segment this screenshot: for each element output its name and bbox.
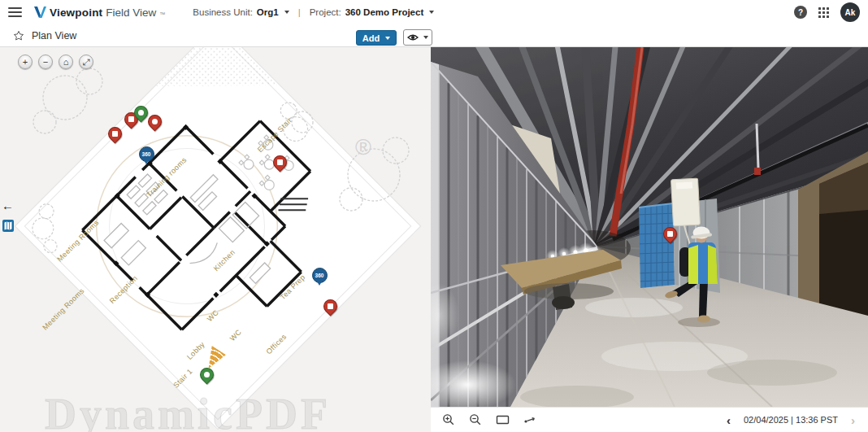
photo-360-viewer[interactable] xyxy=(431,47,868,407)
previous-photo-button[interactable]: ‹ xyxy=(725,414,732,426)
next-photo-button[interactable]: › xyxy=(849,414,857,426)
photo-360-scene xyxy=(431,47,868,407)
project-label: Project: xyxy=(310,7,341,17)
business-unit-dropdown[interactable]: Org1 xyxy=(257,7,279,17)
pan-icon xyxy=(523,414,537,425)
menu-icon[interactable] xyxy=(8,7,22,17)
plan-panel: DynamicPDF ® +−⌂⤢ ← Training roomsEscape… xyxy=(0,47,431,432)
marker-360-marker[interactable]: 360 xyxy=(312,268,328,283)
zoom-out-icon xyxy=(469,413,482,426)
chevron-down-icon[interactable] xyxy=(429,11,434,14)
photo-toolbar-icons xyxy=(442,413,537,426)
floor-plan-drawing xyxy=(15,47,420,429)
photo-timestamp: 02/04/2025 | 13:36 PST xyxy=(744,415,838,425)
app-window: Viewpoint Field View ™ Business Unit: Or… xyxy=(0,0,868,432)
favorite-star-icon[interactable] xyxy=(13,30,24,41)
pin-icon xyxy=(204,372,210,377)
photo-pan-button[interactable] xyxy=(523,414,537,425)
viewpoint-logo-icon xyxy=(33,7,46,18)
zoom-home-button[interactable]: ⌂ xyxy=(59,55,73,69)
photo-toolbar: ‹ 02/04/2025 | 13:36 PST › xyxy=(431,407,868,432)
add-button[interactable]: Add xyxy=(356,30,397,46)
page-title: Plan View xyxy=(32,30,76,41)
business-unit-label: Business Unit: xyxy=(193,7,253,17)
legend-toggle-button[interactable] xyxy=(2,220,14,232)
photo-fullscreen-button[interactable] xyxy=(496,414,510,425)
chevron-down-icon xyxy=(385,37,390,40)
fullscreen-icon xyxy=(496,414,510,425)
trademark-symbol: ™ xyxy=(159,11,165,17)
pin-icon xyxy=(128,116,134,122)
plan-zoom-controls: +−⌂⤢ xyxy=(18,55,93,69)
pin-icon xyxy=(152,119,158,124)
marker-360-label: 360 xyxy=(142,151,151,157)
photo-date-nav: ‹ 02/04/2025 | 13:36 PST › xyxy=(725,414,857,426)
zoom-in-button[interactable]: + xyxy=(18,55,33,69)
pin-icon xyxy=(277,159,283,165)
avatar[interactable]: Ak xyxy=(840,2,860,22)
header-actions: ? Ak xyxy=(794,2,860,22)
watermark-text: DynamicPDF xyxy=(45,389,331,432)
context-bar: Business Unit: Org1 | Project: 360 Demo … xyxy=(193,7,434,17)
help-button[interactable]: ? xyxy=(794,6,807,19)
brand-product: Field View xyxy=(106,7,156,19)
context-divider: | xyxy=(298,7,301,17)
collapse-panel-button[interactable]: ← xyxy=(2,199,14,212)
photo-zoom-out-button[interactable] xyxy=(469,413,482,426)
brand-name: Viewpoint xyxy=(50,7,102,19)
visibility-dropdown-button[interactable] xyxy=(403,29,432,46)
marker-360-marker[interactable]: 360 xyxy=(139,146,154,162)
zoom-in-icon xyxy=(442,413,455,426)
eye-icon xyxy=(407,33,419,41)
pin-icon xyxy=(328,303,333,309)
photo-zoom-in-button[interactable] xyxy=(442,413,455,426)
pin-icon xyxy=(138,110,144,116)
add-button-label: Add xyxy=(362,33,380,43)
chevron-down-icon xyxy=(423,36,428,39)
registered-trademark: ® xyxy=(355,135,371,160)
project-dropdown[interactable]: 360 Demo Project xyxy=(345,7,424,17)
floor-plan-canvas[interactable] xyxy=(15,47,422,430)
apps-grid-icon[interactable] xyxy=(818,7,829,18)
pin-icon xyxy=(667,231,673,237)
brand-logo[interactable]: Viewpoint Field View ™ xyxy=(33,7,165,19)
pin-icon xyxy=(112,131,118,137)
room-label: Meeting Rooms xyxy=(41,286,85,331)
marker-360-label: 360 xyxy=(315,273,324,278)
zoom-out-button[interactable]: − xyxy=(38,55,53,69)
zoom-fit-button[interactable]: ⤢ xyxy=(79,55,93,69)
view-toolbar: Plan View Add xyxy=(0,24,868,47)
map-icon xyxy=(4,221,12,230)
top-header: Viewpoint Field View ™ Business Unit: Or… xyxy=(0,0,868,24)
chevron-down-icon[interactable] xyxy=(284,11,289,14)
